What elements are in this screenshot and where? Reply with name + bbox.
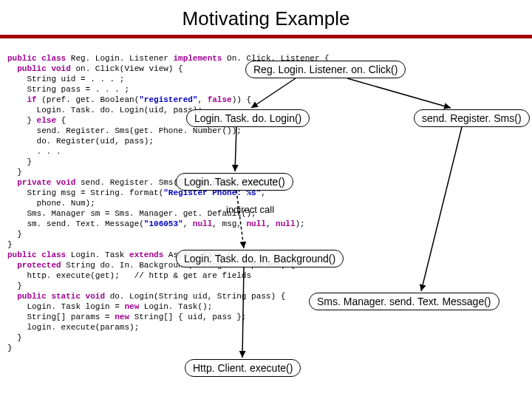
box-do-login: Login. Task. do. Login() [186,109,310,127]
page-title: Motivating Example [0,0,532,35]
annotation-indirect-call: indirect call [226,204,274,215]
box-send-register-sms: send. Register. Sms() [414,109,530,127]
box-reg-login-listener: Reg. Login. Listener. on. Click() [245,61,406,78]
box-login-task-execute: Login. Task. execute() [176,173,293,191]
title-underline [0,35,532,38]
box-http-client-execute: Http. Client. execute() [185,359,301,377]
box-sms-manager: Sms. Manager. send. Text. Message() [309,293,499,310]
box-do-in-background: Login. Task. do. In. Background() [176,250,344,267]
